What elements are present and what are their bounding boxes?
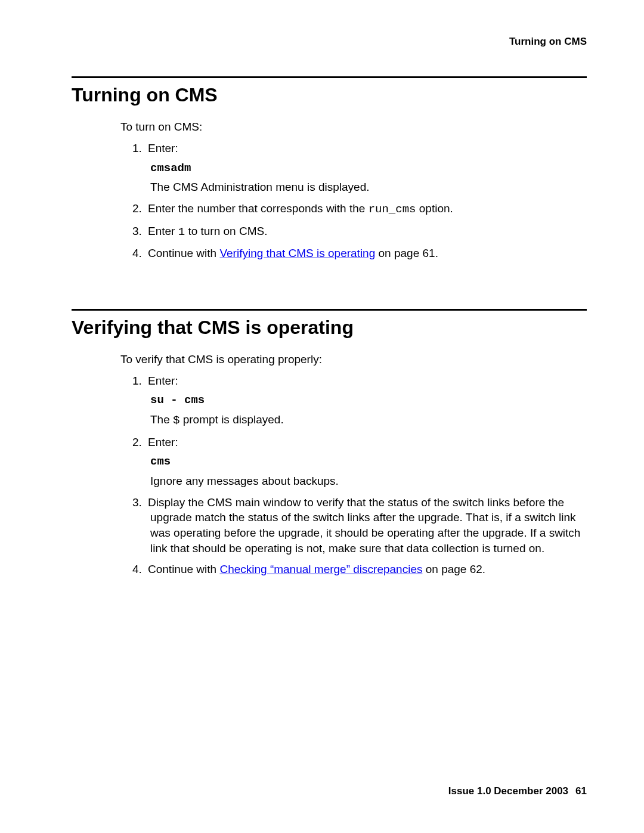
step-text-before: Continue with [148,247,219,259]
step-text-after: on page 61. [375,247,438,259]
running-header: Turning on CMS [72,36,587,48]
step-item: 1.Enter: cmsadm The CMS Administration m… [150,141,587,195]
result-after: prompt is displayed. [179,413,283,426]
step-text-after: option. [416,202,453,215]
step-text-before: Continue with [148,563,219,575]
steps-list: 1.Enter: su - cms The $ prompt is displa… [120,373,587,577]
result-before: The [150,413,173,426]
step-text-before: Enter [148,225,178,237]
section-gap [72,267,587,309]
footer-page-number: 61 [575,785,587,797]
inline-code: 1 [178,225,185,239]
step-item: 2.Enter: cms Ignore any messages about b… [150,435,587,489]
step-number: 2. [132,435,148,450]
result-text: The CMS Administration menu is displayed… [150,179,587,195]
steps-list: 1.Enter: cmsadm The CMS Administration m… [120,141,587,261]
cross-reference-link[interactable]: Checking “manual merge” discrepancies [219,563,422,575]
step-number: 1. [132,141,148,156]
result-text: Ignore any messages about backups. [150,473,587,489]
step-text: Enter: [148,374,178,387]
step-text-before: Enter the number that corresponds with t… [148,202,369,215]
section-rule [72,76,587,78]
step-number: 3. [132,495,148,510]
step-number: 1. [132,373,148,389]
step-text-after: on page 62. [422,563,485,575]
intro-text: To turn on CMS: [120,120,587,134]
step-text: Display the CMS main window to verify th… [148,496,580,555]
step-number: 4. [132,562,148,577]
section-heading-verifying-cms: Verifying that CMS is operating [72,317,587,339]
step-text: Enter: [148,142,178,154]
footer-issue: Issue 1.0 December 2003 [448,785,568,797]
step-text-after: to turn on CMS. [185,225,267,237]
command-text: cmsadm [150,161,587,176]
step-item: 4.Continue with Checking “manual merge” … [150,562,587,577]
command-text: cms [150,454,587,470]
section-heading-turning-on-cms: Turning on CMS [72,84,587,106]
intro-text: To verify that CMS is operating properly… [120,353,587,366]
command-text: su - cms [150,393,587,408]
section-rule [72,309,587,311]
step-item: 1.Enter: su - cms The $ prompt is displa… [150,373,587,429]
inline-code: $ [173,414,179,427]
step-item: 4.Continue with Verifying that CMS is op… [150,246,587,261]
inline-code: run_cms [369,203,416,216]
result-text: The $ prompt is displayed. [150,412,587,429]
cross-reference-link[interactable]: Verifying that CMS is operating [219,247,375,259]
page: Turning on CMS Turning on CMS To turn on… [0,0,644,833]
step-item: 2.Enter the number that corresponds with… [150,201,587,218]
step-number: 4. [132,246,148,261]
step-number: 3. [132,224,148,239]
step-item: 3.Enter 1 to turn on CMS. [150,224,587,240]
step-number: 2. [132,201,148,216]
page-footer: Issue 1.0 December 200361 [448,785,587,797]
step-item: 3.Display the CMS main window to verify … [150,495,587,556]
step-text: Enter: [148,436,178,448]
